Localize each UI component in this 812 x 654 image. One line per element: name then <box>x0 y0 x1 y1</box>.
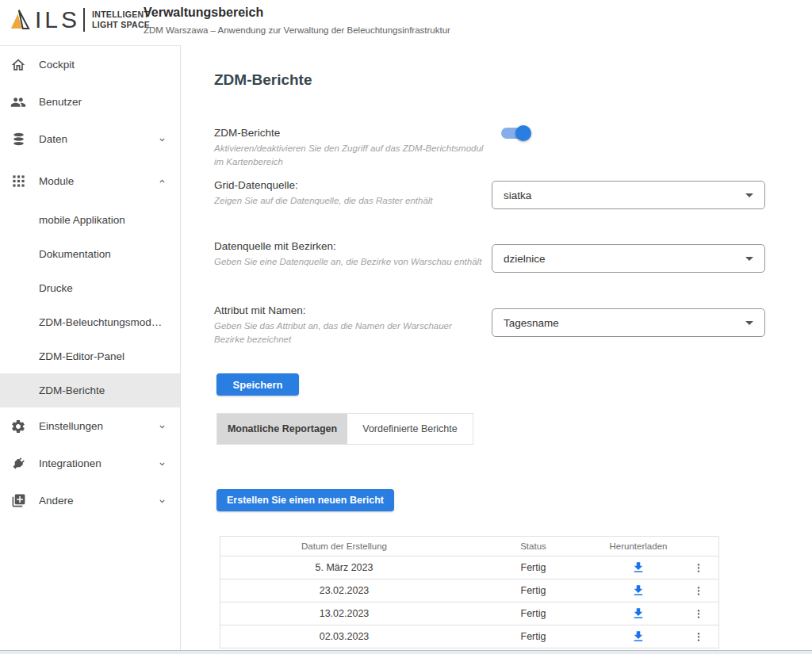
table-header-row: Datum der Erstellung Status Herunterlade… <box>220 537 718 556</box>
logo-divider <box>83 8 85 32</box>
setting-label-zdm-berichte: ZDM-Berichte <box>214 127 488 139</box>
sidebar-item-label: Dokumentation <box>39 248 111 260</box>
report-date: 02.03.2023 <box>220 631 468 642</box>
sidebar-item-label: Daten <box>39 133 67 145</box>
logo-text: ILS <box>35 8 80 32</box>
selected-value: Tagesname <box>504 317 559 329</box>
ils-logo-icon <box>8 7 32 33</box>
column-header-datum: Datum der Erstellung <box>220 541 468 551</box>
report-tabs: Monatliche Reportagen Vordefinierte Beri… <box>216 413 473 445</box>
window-bottom-edge <box>0 650 812 654</box>
sidebar-item-label: Integrationen <box>39 457 102 469</box>
plug-icon <box>10 455 27 472</box>
download-icon <box>631 583 645 598</box>
name-attribute-select[interactable]: Tagesname <box>492 308 765 337</box>
chevron-down-icon <box>745 257 753 261</box>
setting-desc-attribut-namen: Geben Sie das Attribut an, das die Namen… <box>214 319 484 347</box>
sidebar-item-zdm-berichte[interactable]: ZDM-Berichte <box>0 373 180 407</box>
chevron-down-icon <box>157 134 167 144</box>
reports-table: Datum der Erstellung Status Herunterlade… <box>220 536 719 648</box>
download-button[interactable] <box>630 605 647 622</box>
sidebar-item-benutzer[interactable]: Benutzer <box>0 83 180 120</box>
grid-datasource-select[interactable]: siatka <box>492 181 765 209</box>
table-row: 13.02.2023 Fertig <box>220 602 718 625</box>
sidebar-item-daten[interactable]: Daten <box>0 120 180 158</box>
row-menu-button[interactable] <box>691 629 706 645</box>
chevron-down-icon <box>745 193 753 197</box>
sidebar-item-label: Cockpit <box>39 59 75 71</box>
app-subtitle: ZDM Warszawa – Anwendung zur Verwaltung … <box>144 25 450 35</box>
create-report-button[interactable]: Erstellen Sie einen neuen Bericht <box>216 489 394 511</box>
kebab-icon <box>693 607 704 621</box>
column-header-herunterladen: Herunterladen <box>599 541 678 551</box>
selected-value: dzielnice <box>504 253 546 265</box>
tab-vordefinierte-berichte[interactable]: Vordefinierte Berichte <box>347 414 473 444</box>
chevron-down-icon <box>157 458 167 469</box>
ils-logo: ILS INTELLIGENT LIGHT SPACE <box>8 7 150 33</box>
table-row: 23.02.2023 Fertig <box>220 579 718 602</box>
sidebar-item-dokumentation[interactable]: Dokumentation <box>0 237 180 271</box>
report-date: 23.02.2023 <box>220 585 468 596</box>
main-content: ZDM-Berichte ZDM-Berichte Aktivieren/dea… <box>181 45 812 650</box>
sidebar-item-integrationen[interactable]: Integrationen <box>0 445 180 482</box>
kebab-icon <box>693 584 704 598</box>
table-row: 5. März 2023 Fertig <box>220 556 718 579</box>
people-icon <box>10 94 27 111</box>
sidebar-item-zdm-beleuchtungsmodul[interactable]: ZDM-Beleuchtungsmod… <box>0 305 180 339</box>
selected-value: siatka <box>504 189 531 201</box>
setting-desc-datenquelle-bezirke: Geben Sie eine Datenquelle an, die Bezir… <box>214 255 484 269</box>
chevron-down-icon <box>157 421 167 431</box>
setting-label-grid-datenquelle: Grid-Datenquelle: <box>214 179 488 191</box>
zdm-berichte-toggle[interactable] <box>501 125 531 141</box>
download-button[interactable] <box>630 559 647 576</box>
setting-desc-zdm-berichte: Aktivieren/deaktivieren Sie den Zugriff … <box>214 142 484 170</box>
kebab-icon <box>693 630 704 644</box>
report-status: Fertig <box>468 585 599 596</box>
report-date: 13.02.2023 <box>220 608 468 619</box>
download-icon <box>631 629 645 644</box>
library-add-icon <box>10 492 27 510</box>
districts-datasource-select[interactable]: dzielnice <box>492 244 765 273</box>
sidebar-item-cockpit[interactable]: Cockpit <box>0 46 180 83</box>
sidebar-item-label: Drucke <box>39 282 73 294</box>
sidebar-item-label: ZDM-Editor-Panel <box>39 350 124 362</box>
sidebar-item-label: mobile Applikation <box>39 214 125 226</box>
report-date: 5. März 2023 <box>220 562 468 573</box>
kebab-icon <box>693 561 704 575</box>
report-status: Fertig <box>468 631 599 642</box>
column-header-status: Status <box>468 541 599 551</box>
setting-label-attribut-namen: Attribut mit Namen: <box>214 304 488 316</box>
sidebar-item-einstellungen[interactable]: Einstellungen <box>0 407 180 445</box>
setting-desc-grid-datenquelle: Zeigen Sie auf die Datenquelle, die das … <box>214 194 484 208</box>
apps-icon <box>10 173 27 190</box>
download-button[interactable] <box>630 628 647 645</box>
chevron-down-icon <box>157 495 167 506</box>
row-menu-button[interactable] <box>691 583 706 599</box>
logo-tagline: INTELLIGENT LIGHT SPACE <box>92 10 150 29</box>
sidebar-item-label: ZDM-Beleuchtungsmod… <box>39 316 162 328</box>
table-row: 02.03.2023 Fertig <box>220 625 718 648</box>
tab-monatliche-reportagen[interactable]: Monatliche Reportagen <box>217 414 347 444</box>
row-menu-button[interactable] <box>691 606 706 622</box>
sidebar-item-label: Andere <box>39 495 74 507</box>
gear-icon <box>10 418 27 435</box>
toggle-thumb <box>515 125 531 141</box>
sidebar-item-label: ZDM-Berichte <box>39 384 105 396</box>
sidebar-item-label: Module <box>39 175 74 187</box>
home-icon <box>10 56 27 74</box>
download-icon <box>631 560 645 575</box>
sidebar-item-drucke[interactable]: Drucke <box>0 271 180 305</box>
sidebar-item-module[interactable]: Module <box>0 163 180 200</box>
page-title: ZDM-Berichte <box>214 71 312 89</box>
download-button[interactable] <box>630 582 647 599</box>
sidebar-item-zdm-editor-panel[interactable]: ZDM-Editor-Panel <box>0 339 180 373</box>
save-button[interactable]: Speichern <box>216 373 299 396</box>
sidebar-item-mobile-applikation[interactable]: mobile Applikation <box>0 203 180 237</box>
app-title: Verwaltungsbereich <box>144 6 450 20</box>
sidebar-item-andere[interactable]: Andere <box>0 482 180 519</box>
setting-label-datenquelle-bezirke: Datenquelle mit Bezirken: <box>214 240 488 252</box>
report-status: Fertig <box>468 608 599 619</box>
chevron-up-icon <box>157 176 167 186</box>
row-menu-button[interactable] <box>691 560 706 576</box>
sidebar-nav: Cockpit Benutzer Daten <box>0 45 181 650</box>
